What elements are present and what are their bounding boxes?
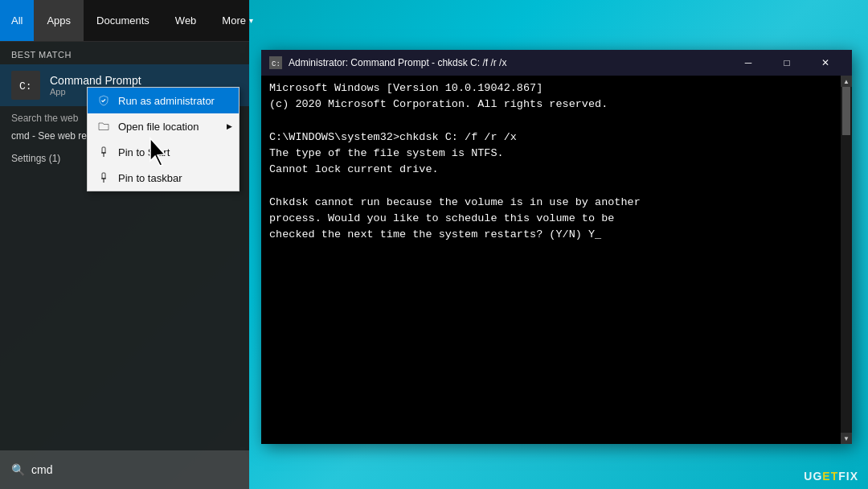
scrollbar-track[interactable]: [841, 87, 852, 433]
cmd-content: Microsoft Windows [Version 10.0.19042.86…: [261, 76, 852, 249]
context-menu-pin-to-taskbar[interactable]: Pin to taskbar: [88, 165, 239, 191]
pin-start-icon: [97, 146, 110, 158]
maximize-button[interactable]: □: [768, 50, 805, 76]
cmd-line: [269, 179, 844, 195]
tab-apps[interactable]: Apps: [34, 0, 84, 41]
chevron-down-icon: ▾: [249, 16, 253, 25]
start-menu-tabs: All Apps Documents Web More ▾: [0, 0, 249, 42]
pin-to-start-label: Pin to Start: [118, 146, 170, 158]
tab-documents[interactable]: Documents: [84, 0, 162, 41]
watermark-fix: FIX: [838, 470, 858, 483]
search-web-label: Search the web: [11, 113, 78, 124]
start-menu: All Apps Documents Web More ▾ Best match…: [0, 0, 249, 489]
pin-taskbar-icon: [97, 171, 110, 184]
svg-text:C:: C:: [272, 60, 280, 68]
cmd-window: C: Administrator: Command Prompt - chkds…: [261, 50, 852, 444]
scroll-down-arrow[interactable]: ▼: [841, 433, 852, 444]
command-prompt-icon: C:: [11, 71, 40, 100]
watermark-u: UG: [804, 470, 822, 483]
app-name: Command Prompt: [50, 74, 141, 87]
cmd-title-icon: C:: [269, 56, 282, 69]
tab-more[interactable]: More ▾: [209, 0, 266, 41]
cmd-line: Cannot lock current drive.: [269, 162, 844, 178]
folder-icon: [97, 120, 110, 133]
watermark: UGETFIX: [804, 470, 858, 483]
cmd-line: [269, 113, 844, 129]
watermark-get: ET: [822, 470, 838, 483]
scroll-up-arrow[interactable]: ▲: [841, 76, 852, 87]
scrollbar-thumb[interactable]: [842, 87, 850, 135]
window-controls: ─ □ ✕: [730, 50, 844, 76]
svg-rect-5: [102, 173, 105, 179]
cmd-scrollbar[interactable]: ▲ ▼: [841, 76, 852, 444]
pin-to-taskbar-label: Pin to taskbar: [118, 172, 182, 184]
svg-rect-2: [102, 147, 105, 153]
search-icon: 🔍: [11, 463, 25, 476]
context-menu: Run as administrator Open file location …: [87, 87, 240, 191]
cmd-line: checked the next time the system restart…: [269, 227, 844, 243]
cmd-line: (c) 2020 Microsoft Corporation. All righ…: [269, 97, 844, 113]
settings-label: Settings (1): [11, 153, 60, 164]
cmd-line: Microsoft Windows [Version 10.0.19042.86…: [269, 80, 844, 97]
tab-all[interactable]: All: [0, 0, 34, 41]
context-menu-run-as-admin[interactable]: Run as administrator: [88, 88, 239, 113]
taskbar-search[interactable]: 🔍 cmd: [0, 450, 249, 489]
best-match-label: Best match: [0, 42, 249, 64]
cmd-title-text: Administrator: Command Prompt - chkdsk C…: [289, 57, 730, 68]
cmd-line: C:\WINDOWS\system32>chkdsk C: /f /r /x: [269, 129, 844, 146]
svg-text:C:: C:: [19, 80, 32, 92]
close-button[interactable]: ✕: [807, 50, 844, 76]
context-menu-open-file-location[interactable]: Open file location: [88, 113, 239, 139]
search-text: cmd: [31, 463, 52, 476]
run-as-admin-label: Run as administrator: [118, 95, 215, 107]
open-file-location-label: Open file location: [118, 121, 199, 133]
minimize-button[interactable]: ─: [730, 50, 767, 76]
cmd-line: process. Would you like to schedule this…: [269, 211, 844, 227]
shield-icon: [97, 94, 110, 107]
cmd-line: The type of the file system is NTFS.: [269, 146, 844, 162]
context-menu-pin-to-start[interactable]: Pin to Start: [88, 139, 239, 165]
cmd-titlebar: C: Administrator: Command Prompt - chkds…: [261, 50, 852, 76]
tab-web[interactable]: Web: [162, 0, 210, 41]
cmd-line: Chkdsk cannot run because the volume is …: [269, 195, 844, 211]
